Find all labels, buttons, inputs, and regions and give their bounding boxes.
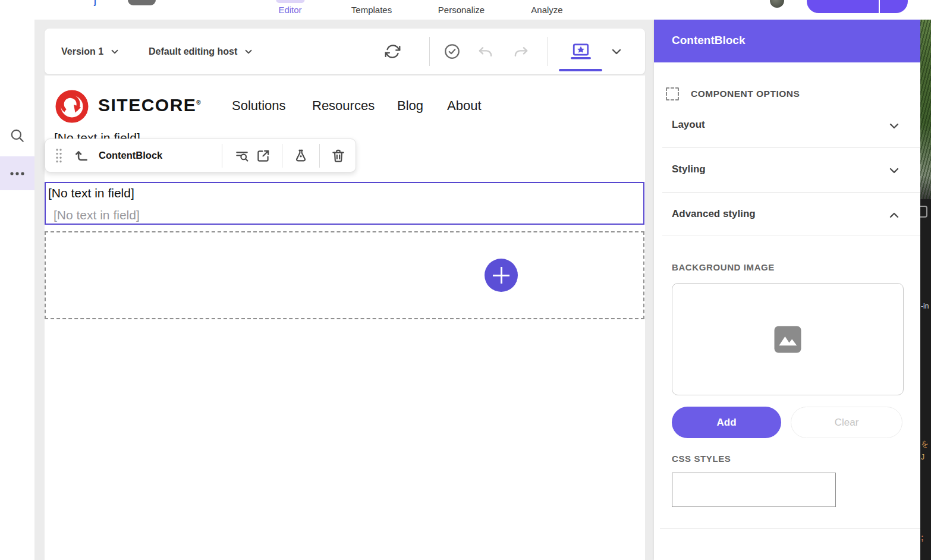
add-button-label: Add xyxy=(716,417,736,429)
device-preview-icon[interactable] xyxy=(570,42,592,61)
refresh-icon[interactable] xyxy=(385,43,401,59)
selected-content-block[interactable]: [No text in field] [No text in field] xyxy=(45,182,644,225)
active-tab-indicator xyxy=(276,0,304,3)
accordion-styling-label: Styling xyxy=(672,163,706,175)
background-window-control-fragment xyxy=(920,206,927,218)
panel-header: ContentBlock xyxy=(654,20,920,62)
background-text-fragment: ; xyxy=(921,533,924,542)
tab-templates[interactable]: Templates xyxy=(351,0,392,20)
version-label: Version 1 xyxy=(61,46,103,57)
tab-editor[interactable]: Editor xyxy=(278,0,301,20)
dashed-square-icon xyxy=(666,87,679,100)
site-nav-about[interactable]: About xyxy=(447,98,482,114)
tab-personalize-label: Personalize xyxy=(438,5,485,15)
tab-editor-label: Editor xyxy=(278,5,301,15)
clear-background-image-button[interactable]: Clear xyxy=(791,407,902,438)
ab-test-flask-icon[interactable] xyxy=(293,148,309,163)
panel-title: ContentBlock xyxy=(672,34,746,47)
left-rail xyxy=(0,20,34,560)
app-window: j Editor Templates Personalize Analyze xyxy=(0,0,931,560)
editor-canvas: Version 1 Default editing host xyxy=(34,20,654,560)
background-window-strip: -in を J ; xyxy=(920,0,931,560)
accordion-layout-label: Layout xyxy=(672,119,705,131)
panel-divider xyxy=(662,235,920,235)
chevron-down-icon xyxy=(887,119,901,133)
editing-host-label: Default editing host xyxy=(149,46,237,57)
app-top-bar: j Editor Templates Personalize Analyze xyxy=(0,0,931,20)
search-list-icon[interactable] xyxy=(234,148,250,163)
editing-toolbar: Version 1 Default editing host xyxy=(45,29,645,74)
search-icon[interactable] xyxy=(10,128,25,143)
open-in-new-icon[interactable] xyxy=(256,148,271,163)
background-wallpaper-fragment xyxy=(920,0,931,199)
component-options-label: COMPONENT OPTIONS xyxy=(691,89,800,99)
background-image-label: BACKGROUND IMAGE xyxy=(672,262,775,272)
split-button-divider xyxy=(879,0,880,13)
approve-check-icon[interactable] xyxy=(444,43,460,59)
redo-icon[interactable] xyxy=(513,43,529,59)
chevron-up-icon xyxy=(887,208,901,222)
site-nav-blog[interactable]: Blog xyxy=(397,98,423,114)
chevron-down-icon[interactable] xyxy=(609,45,624,59)
empty-field-placeholder[interactable]: [No text in field] xyxy=(54,208,140,222)
tab-personalize[interactable]: Personalize xyxy=(438,0,485,20)
accordion-advanced-styling-label: Advanced styling xyxy=(672,208,756,220)
background-text-fragment: J xyxy=(921,453,924,461)
tab-analyze-label: Analyze xyxy=(531,5,562,15)
site-name-fragment: j xyxy=(94,0,96,6)
component-selection-toolbar: ContentBlock xyxy=(45,139,356,172)
background-text-fragment: -in xyxy=(921,302,929,310)
selected-component-name: ContentBlock xyxy=(99,150,162,161)
clear-button-label: Clear xyxy=(835,417,859,429)
panel-divider xyxy=(660,528,920,529)
trademark-symbol: ® xyxy=(196,99,202,106)
undo-icon[interactable] xyxy=(477,43,493,59)
tab-templates-label: Templates xyxy=(351,5,392,15)
site-nav-solutions[interactable]: Solutions xyxy=(232,98,286,114)
toolbar-divider xyxy=(429,37,430,66)
component-options-section: COMPONENT OPTIONS xyxy=(666,81,800,107)
version-dropdown[interactable]: Version 1 xyxy=(61,29,120,74)
component-drop-zone[interactable] xyxy=(45,231,644,319)
user-avatar[interactable] xyxy=(770,0,784,8)
editing-host-dropdown[interactable]: Default editing host xyxy=(149,29,254,74)
panel-divider xyxy=(662,147,920,148)
accordion-styling[interactable]: Styling xyxy=(654,149,920,192)
add-background-image-button[interactable]: Add xyxy=(672,407,781,438)
toolbar-divider xyxy=(319,144,320,168)
active-device-indicator xyxy=(559,69,602,71)
delete-icon[interactable] xyxy=(331,148,346,163)
more-horizontal-icon xyxy=(9,171,26,176)
properties-panel: ContentBlock COMPONENT OPTIONS Layout St… xyxy=(654,20,920,560)
empty-field-placeholder[interactable]: [No text in field] xyxy=(48,186,134,200)
drag-handle-icon[interactable] xyxy=(55,147,63,164)
image-placeholder-icon xyxy=(772,323,804,355)
background-image-preview[interactable] xyxy=(672,283,904,395)
toolbar-divider xyxy=(282,144,282,168)
brand-wordmark: SITECORE® xyxy=(98,95,202,115)
select-parent-icon[interactable] xyxy=(74,148,89,163)
more-tools-button[interactable] xyxy=(0,156,34,190)
add-component-button[interactable] xyxy=(485,259,518,292)
chevron-down-icon xyxy=(243,46,254,57)
environment-badge[interactable] xyxy=(128,0,156,5)
accordion-layout[interactable]: Layout xyxy=(654,105,920,147)
topbar-primary-action-button[interactable] xyxy=(807,0,908,13)
css-styles-label: CSS STYLES xyxy=(672,454,731,464)
toolbar-divider xyxy=(222,144,222,168)
panel-divider xyxy=(662,192,920,193)
site-nav-resources[interactable]: Resources xyxy=(312,98,375,114)
css-styles-input[interactable] xyxy=(672,473,836,507)
tab-analyze[interactable]: Analyze xyxy=(531,0,562,20)
accordion-advanced-styling[interactable]: Advanced styling xyxy=(654,194,920,235)
sitecore-logo xyxy=(55,90,89,123)
background-text-fragment: を xyxy=(921,439,929,449)
toolbar-divider xyxy=(548,37,548,66)
chevron-down-icon xyxy=(109,46,120,57)
chevron-down-icon xyxy=(887,163,901,178)
